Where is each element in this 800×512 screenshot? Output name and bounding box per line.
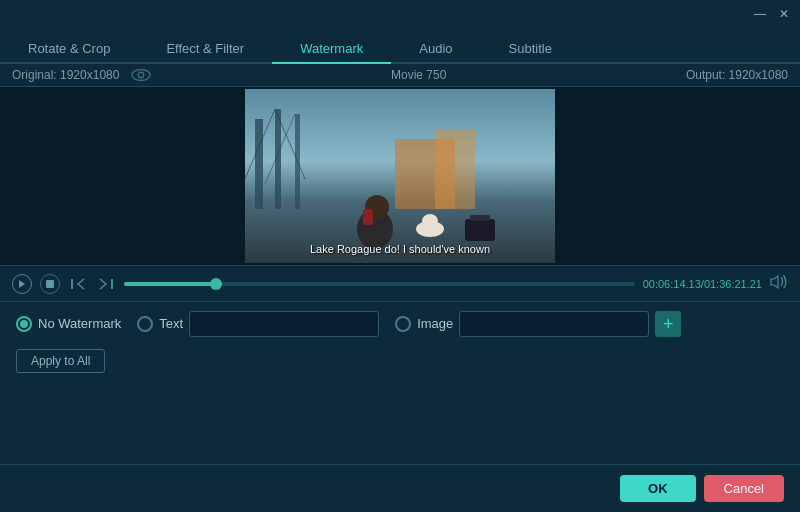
controls-bar: 00:06:14.13/01:36:21.21 [0, 265, 800, 301]
movie-title: Movie 750 [391, 68, 446, 82]
time-display: 00:06:14.13/01:36:21.21 [643, 278, 762, 290]
tab-watermark[interactable]: Watermark [272, 35, 391, 64]
minimize-button[interactable]: — [752, 6, 768, 22]
image-input[interactable] [459, 311, 649, 337]
cancel-button[interactable]: Cancel [704, 475, 784, 502]
footer: OK Cancel [0, 464, 800, 512]
video-preview-area: Lake Rogague do! I should've known [0, 87, 800, 265]
add-image-button[interactable]: + [655, 311, 681, 337]
infobar: Original: 1920x1080 Movie 750 Output: 19… [0, 64, 800, 87]
progress-fill [124, 282, 216, 286]
titlebar: — ✕ [0, 0, 800, 28]
prev-button[interactable] [68, 274, 88, 294]
no-watermark-label: No Watermark [38, 316, 121, 331]
watermark-options: No Watermark Text Image + [0, 301, 800, 345]
original-resolution: Original: 1920x1080 [12, 68, 119, 82]
apply-all-button[interactable]: Apply to All [16, 349, 105, 373]
play-button[interactable] [12, 274, 32, 294]
svg-point-0 [132, 70, 150, 81]
svg-rect-12 [435, 129, 475, 209]
svg-rect-21 [71, 279, 73, 289]
video-frame: Lake Rogague do! I should've known [245, 89, 555, 263]
svg-rect-20 [46, 280, 54, 288]
stop-button[interactable] [40, 274, 60, 294]
text-label: Text [159, 316, 183, 331]
svg-point-17 [422, 214, 438, 228]
svg-rect-15 [363, 209, 373, 225]
side-dark-right [555, 87, 800, 265]
text-input[interactable] [189, 311, 379, 337]
close-button[interactable]: ✕ [776, 6, 792, 22]
video-subtitle: Lake Rogague do! I should've known [310, 243, 490, 255]
image-radio[interactable] [395, 316, 411, 332]
svg-rect-19 [470, 215, 490, 221]
volume-icon[interactable] [770, 275, 788, 292]
tab-rotate[interactable]: Rotate & Crop [0, 35, 138, 62]
image-option[interactable]: Image + [395, 311, 681, 337]
tab-effect[interactable]: Effect & Filter [138, 35, 272, 62]
svg-rect-22 [111, 279, 113, 289]
tab-bar: Rotate & Crop Effect & Filter Watermark … [0, 28, 800, 64]
svg-rect-18 [465, 219, 495, 241]
progress-thumb [210, 278, 222, 290]
output-resolution: Output: 1920x1080 [686, 68, 788, 82]
video-scene-svg [245, 89, 555, 263]
no-watermark-radio[interactable] [16, 316, 32, 332]
image-label: Image [417, 316, 453, 331]
tab-subtitle[interactable]: Subtitle [481, 35, 580, 62]
text-radio[interactable] [137, 316, 153, 332]
text-option[interactable]: Text [137, 311, 379, 337]
progress-bar[interactable] [124, 282, 635, 286]
ok-button[interactable]: OK [620, 475, 696, 502]
svg-point-1 [139, 72, 144, 77]
next-button[interactable] [96, 274, 116, 294]
svg-rect-5 [255, 119, 263, 209]
tab-audio[interactable]: Audio [391, 35, 480, 62]
side-dark-left [0, 87, 245, 265]
apply-area: Apply to All [0, 345, 800, 381]
no-watermark-option[interactable]: No Watermark [16, 316, 121, 332]
eye-icon[interactable] [131, 68, 151, 82]
